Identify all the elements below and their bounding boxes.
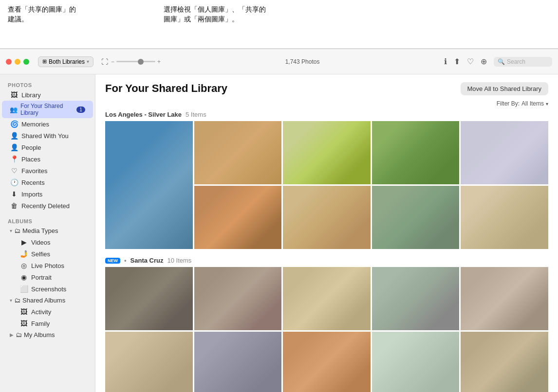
sidebar-item-live-photos[interactable]: ◎ Live Photos (2, 260, 93, 271)
memories-icon: 🌀 (10, 120, 19, 128)
photo-cell[interactable] (105, 332, 193, 392)
main-header: For Your Shared Library Move All to Shar… (95, 74, 558, 99)
recents-icon: 🕐 (10, 178, 19, 186)
library-selector[interactable]: ⊞ Both Libraries ▾ (38, 56, 93, 67)
photo-cell[interactable] (461, 332, 548, 392)
filter-dropdown[interactable]: Filter By: All Items ▾ (497, 100, 548, 107)
photo-cell[interactable] (372, 121, 460, 184)
section-santa-cruz: NEW • Santa Cruz 10 Items (95, 257, 558, 392)
photo-cell[interactable] (461, 121, 548, 184)
photo-cell[interactable] (372, 267, 460, 330)
sidebar-item-recently-deleted[interactable]: 🗑 Recently Deleted (2, 200, 93, 212)
main-window: ⊞ Both Libraries ▾ ⛶ − + 1,743 Photos ℹ … (0, 49, 558, 392)
library-selector-label: Both Libraries (49, 58, 85, 65)
my-albums-toggle[interactable]: ▶ 🗂 My Albums (2, 329, 93, 340)
selfies-icon: 🤳 (19, 250, 28, 258)
zoom-thumb (138, 59, 144, 65)
photo-cell[interactable] (105, 267, 193, 330)
sidebar-item-selfies[interactable]: 🤳 Selfies (2, 248, 93, 260)
live-photos-icon: ◎ (19, 262, 28, 269)
sidebar-item-recents[interactable]: 🕐 Recents (2, 177, 93, 188)
shared-albums-chevron-icon: ▾ (10, 298, 12, 303)
sidebar-item-shared-with-you[interactable]: 👤 Shared With You (2, 130, 93, 142)
shared-library-icon: 👥 (10, 106, 18, 113)
media-types-chevron-icon: ▾ (10, 228, 12, 233)
sidebar-item-places[interactable]: 📍 Places (2, 153, 93, 165)
zoom-slider[interactable] (116, 61, 155, 62)
shared-with-you-icon: 👤 (10, 132, 19, 140)
section-santa-cruz-title: NEW • Santa Cruz 10 Items (105, 257, 548, 264)
zoom-screen-icon[interactable]: ⛶ (100, 58, 109, 66)
my-albums-icon: 🗂 (16, 331, 22, 339)
photo-cell[interactable] (283, 332, 371, 392)
filter-label: Filter By: (497, 100, 520, 107)
photo-cell[interactable] (283, 121, 371, 184)
my-albums-chevron-icon: ▶ (10, 332, 14, 338)
sidebar-item-videos[interactable]: ▶ Videos (2, 236, 93, 248)
section-los-angeles: Los Angeles - Silver Lake 5 Items (95, 111, 558, 257)
favorite-button[interactable]: ♡ (467, 57, 474, 66)
photo-cell[interactable] (461, 186, 548, 249)
search-icon: 🔍 (498, 58, 505, 65)
tooltip-left: 查看「共享的圖庫」的 建議。 (8, 5, 154, 43)
search-placeholder: Search (507, 58, 525, 65)
fullscreen-button[interactable] (23, 59, 29, 65)
photo-cell[interactable] (372, 332, 460, 392)
sidebar-item-favorites[interactable]: ♡ Favorites (2, 165, 93, 177)
videos-icon: ▶ (19, 238, 28, 246)
photo-cell[interactable] (194, 121, 282, 184)
photo-cell[interactable] (105, 121, 193, 249)
photo-cell[interactable] (194, 267, 282, 330)
photo-cell[interactable] (283, 186, 371, 249)
photos-section-label: Photos (0, 79, 95, 89)
info-button[interactable]: ℹ (444, 57, 447, 66)
titlebar: ⊞ Both Libraries ▾ ⛶ − + 1,743 Photos ℹ … (0, 49, 558, 74)
minimize-button[interactable] (15, 59, 20, 65)
recently-deleted-icon: 🗑 (10, 202, 19, 210)
sidebar-item-portrait[interactable]: ◉ Portrait (2, 271, 93, 283)
media-types-icon: 🗂 (14, 227, 20, 234)
move-all-button[interactable]: Move All to Shared Library (461, 82, 548, 95)
photo-cell[interactable] (283, 267, 371, 330)
filter-chevron-icon: ▾ (546, 101, 548, 107)
photo-cell[interactable] (194, 186, 282, 249)
photo-count: 1,743 Photos (166, 58, 439, 65)
filter-value: All Items (521, 100, 544, 107)
albums-section-label: Albums (0, 215, 95, 225)
imports-icon: ⬇ (10, 190, 19, 198)
for-shared-library-badge: 1 (76, 107, 85, 113)
section-los-angeles-title: Los Angeles - Silver Lake 5 Items (105, 111, 548, 118)
tooltip-overlay: 查看「共享的圖庫」的 建議。 選擇檢視「個人圖庫」、「共享的 圖庫」或「兩個圖庫… (0, 0, 558, 49)
add-button[interactable]: ⊕ (481, 57, 487, 66)
sidebar: Photos 🖼 Library 👥 For Your Shared Libra… (0, 74, 95, 392)
sidebar-item-family[interactable]: 🖼 Family (2, 318, 93, 329)
activity-icon: 🖼 (19, 308, 28, 316)
sidebar-item-memories[interactable]: 🌀 Memories (2, 118, 93, 130)
search-box[interactable]: 🔍 Search (494, 57, 552, 67)
places-icon: 📍 (10, 155, 19, 163)
zoom-minus-icon: − (111, 58, 114, 65)
sidebar-item-library[interactable]: 🖼 Library (2, 89, 93, 101)
sidebar-item-for-shared-library[interactable]: 👥 For Your Shared Library 1 (2, 101, 93, 118)
share-button[interactable]: ⬆ (454, 57, 460, 66)
sidebar-item-people[interactable]: 👤 People (2, 142, 93, 153)
people-icon: 👤 (10, 143, 19, 151)
zoom-control: ⛶ − + (100, 58, 161, 66)
library-selector-chevron-icon: ▾ (87, 59, 89, 64)
sidebar-item-imports[interactable]: ⬇ Imports (2, 188, 93, 200)
photo-cell[interactable] (194, 332, 282, 392)
filter-bar: Filter By: All Items ▾ (95, 99, 558, 111)
photo-cell[interactable] (461, 267, 548, 330)
section-santa-cruz-grid (105, 267, 548, 392)
close-button[interactable] (6, 59, 12, 65)
section-los-angeles-grid (105, 121, 548, 249)
sidebar-item-screenshots[interactable]: ⬜ Screenshots (2, 283, 93, 295)
sidebar-item-activity[interactable]: 🖼 Activity (2, 306, 93, 318)
favorites-icon: ♡ (10, 167, 19, 175)
library-selector-icon: ⊞ (42, 58, 47, 65)
shared-albums-toggle[interactable]: ▾ 🗂 Shared Albums (2, 295, 93, 306)
toolbar-right: ℹ ⬆ ♡ ⊕ 🔍 Search (444, 57, 552, 67)
media-types-toggle[interactable]: ▾ 🗂 Media Types (2, 225, 93, 236)
family-icon: 🖼 (19, 320, 28, 327)
photo-cell[interactable] (372, 186, 460, 249)
